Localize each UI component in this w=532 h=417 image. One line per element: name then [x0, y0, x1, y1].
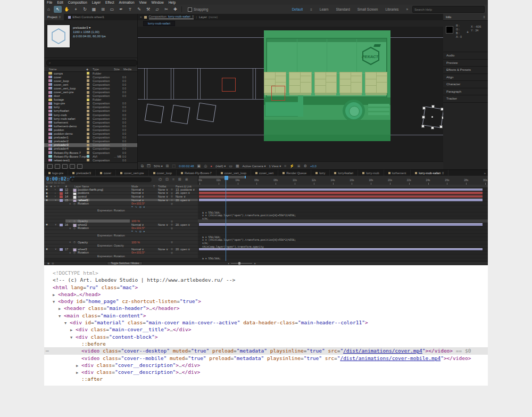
layer-visibility-eye[interactable]: ◉	[46, 192, 48, 195]
timeline-row-Rotation[interactable]: ∨◷Rotation0x+102,5°◎	[44, 202, 488, 206]
tab-overflow-icon[interactable]: »	[484, 171, 488, 175]
show-channels-icon[interactable]: ●	[210, 165, 212, 168]
devtools-node-line[interactable]: ▼<div id="material" class="main-cover ma…	[44, 319, 488, 326]
home-icon[interactable]: ⌂	[45, 6, 53, 13]
project-item-lozhement-demo[interactable]: lozhement-demoComposition0:0	[44, 124, 137, 128]
twirl-arrow-icon[interactable]: ›	[55, 188, 56, 191]
label-color-chip[interactable]	[87, 128, 89, 131]
trkmat-dropdown[interactable]: None ∨	[158, 192, 168, 195]
workspace-learn[interactable]: Learn	[320, 7, 329, 11]
hand-tool-icon[interactable]: ✋	[63, 6, 71, 13]
devtools-node-line[interactable]: <!DOCTYPE html>	[44, 269, 488, 276]
devtools-node-line[interactable]: ::before	[44, 340, 488, 347]
new-folder-icon[interactable]	[55, 164, 60, 169]
shape-tool-icon[interactable]: ▭	[108, 6, 116, 13]
project-settings-icon[interactable]	[70, 164, 75, 169]
menu-edit[interactable]: Edit	[57, 1, 63, 4]
layer-duration-bar[interactable]	[199, 223, 483, 226]
project-item-lorry4safari[interactable]: lorry4safariComposition0:0	[44, 109, 137, 113]
layer-name[interactable]: wheel3	[78, 248, 87, 251]
devtools-node-line[interactable]: <video class="cover--mobile" muted="true…	[44, 355, 488, 362]
project-item-footage[interactable]: footageFolder	[44, 98, 137, 102]
trkmat-dropdown[interactable]: None ∨	[158, 199, 168, 202]
devtools-node-line[interactable]: ⋯<video class="cover--desktop" muted="tr…	[44, 347, 488, 354]
project-item-preloader4[interactable]: preloader4Composition0:0	[44, 147, 137, 151]
layer-name[interactable]: wheel1	[78, 199, 89, 202]
panel-menu-icon[interactable]: ≡	[192, 15, 194, 18]
project-item-rekast-test1[interactable]: rekast-test1Composition0:0	[44, 158, 137, 162]
time-ruler[interactable]: :00s02s04s06s08s10s12s14s16s18s20s22s24s…	[198, 176, 488, 185]
layer-color-chip[interactable]	[60, 199, 63, 202]
layer-duration-bar[interactable]	[199, 199, 483, 201]
layer-duration-bar[interactable]	[199, 248, 483, 251]
label-color-chip[interactable]	[87, 125, 89, 127]
current-time-display[interactable]: 0:00:02:48	[179, 165, 194, 168]
twirl-arrow-icon[interactable]: ›	[55, 192, 56, 195]
info-panel-header[interactable]: Info ≡	[443, 14, 488, 21]
menu-help[interactable]: Help	[169, 1, 176, 4]
region-of-interest-icon[interactable]: ▭	[229, 164, 232, 168]
pixel-aspect-icon[interactable]: ⌗	[284, 164, 286, 168]
label-color-chip[interactable]	[87, 83, 89, 86]
property-name[interactable]: Opacity	[78, 241, 88, 244]
tab-effect-controls[interactable]: Effect Controls wheel1	[65, 14, 107, 20]
workspace-menu-icon[interactable]: ≡	[310, 8, 312, 11]
property-pickwhip-icon[interactable]: ◎	[171, 202, 173, 205]
panel-header-audio[interactable]: Audio	[443, 52, 488, 60]
project-item-comps[interactable]: compsFolder	[44, 71, 137, 75]
timeline-row-wheel3[interactable]: ◉∨17wheel3Normal ∨None ∨◎20. open ∨	[44, 248, 488, 251]
label-color-chip[interactable]	[87, 148, 89, 150]
delete-item-icon[interactable]	[77, 164, 82, 169]
property-value[interactable]: 100 %	[131, 241, 140, 244]
layer-duration-bar[interactable]	[199, 195, 483, 198]
timeline-row-Expression: Rotation[interactable]: Expression: Rotation	[44, 255, 488, 258]
selection-tool-icon[interactable]: ↖	[54, 6, 62, 13]
project-item-lozhement[interactable]: lozhementComposition0:0	[44, 120, 137, 124]
roto-brush-tool-icon[interactable]: ✂	[162, 6, 170, 13]
anchor-point[interactable]	[431, 116, 433, 118]
project-item-preloader3[interactable]: preloader3Composition0:0	[44, 143, 137, 147]
pan-behind-tool-icon[interactable]: ⊞	[99, 6, 107, 13]
label-color-chip[interactable]	[87, 79, 89, 82]
zoom-in-icon[interactable]: ▲	[254, 262, 256, 265]
menu-effect[interactable]: Effect	[105, 1, 114, 4]
parent-link-dropdown[interactable]: 20. open ∨	[176, 223, 190, 226]
layer-visibility-eye[interactable]: ◉	[46, 195, 48, 198]
devtools-node-line[interactable]: ▶<div class="cover__description">…</div>	[44, 362, 488, 369]
property-value[interactable]: 100 %	[131, 219, 140, 223]
label-color-chip[interactable]	[87, 136, 89, 139]
label-color-chip[interactable]	[87, 72, 89, 75]
label-color-chip[interactable]	[87, 102, 89, 105]
project-item-lorry-mob[interactable]: lorry-mobComposition0:0	[44, 113, 137, 117]
always-preview-icon[interactable]: ⧉	[141, 164, 144, 168]
twirl-arrow-icon[interactable]: ∨	[55, 223, 56, 226]
timeline-zoom-slider[interactable]: ▴ ▲	[228, 262, 256, 265]
blend-mode-dropdown[interactable]: Normal ∨	[131, 195, 144, 198]
help-search-input[interactable]	[412, 6, 485, 13]
stopwatch-icon[interactable]: ◷	[73, 227, 76, 230]
timeline-row-Expression: Rotation[interactable]: Expression: Rotation	[44, 234, 488, 238]
stopwatch-icon[interactable]: ◷	[73, 219, 76, 223]
label-color-chip[interactable]	[87, 140, 89, 143]
twirl-arrow-icon[interactable]: ∨	[69, 202, 71, 205]
layer-color-chip[interactable]	[60, 224, 63, 226]
panel-header-effects-presets[interactable]: Effects & Presets	[443, 67, 488, 74]
timeline-search-input[interactable]: ⌕	[70, 177, 152, 182]
blend-mode-dropdown[interactable]: Normal ∨	[131, 199, 144, 202]
blend-mode-dropdown[interactable]: Normal ∨	[131, 223, 144, 226]
menu-window[interactable]: Window	[152, 1, 164, 4]
label-color-chip[interactable]	[87, 133, 89, 135]
devtools-node-line[interactable]: ▼<body id="home_page" cz-shortcut-listen…	[44, 298, 488, 305]
eraser-tool-icon[interactable]: ▱	[153, 6, 161, 13]
property-value[interactable]: 0x+102,5°	[131, 227, 145, 230]
project-item-Rekast-Fly-Boxes-7[interactable]: Rekast-Fly-Boxes-7Composition0:0	[44, 151, 137, 154]
project-item-preloader1[interactable]: preloader1Composition0:0	[44, 136, 137, 140]
timeline-row-Rotation[interactable]: ∨◷Rotation0x+102,5°◎	[44, 227, 488, 231]
twirl-arrow-icon[interactable]: ∨	[55, 248, 56, 251]
camera-tool-icon[interactable]: ▦	[90, 6, 98, 13]
playhead-line[interactable]	[226, 179, 226, 261]
devtools-node-line[interactable]: ▼<div class="content-block">	[44, 333, 488, 340]
property-pickwhip-icon[interactable]: ◎	[171, 219, 173, 223]
project-item-cover_loop[interactable]: cover_loopComposition0:0	[44, 79, 137, 83]
devtools-node-line[interactable]: ▶<div class="main-cover__title">…</div>	[44, 326, 488, 333]
